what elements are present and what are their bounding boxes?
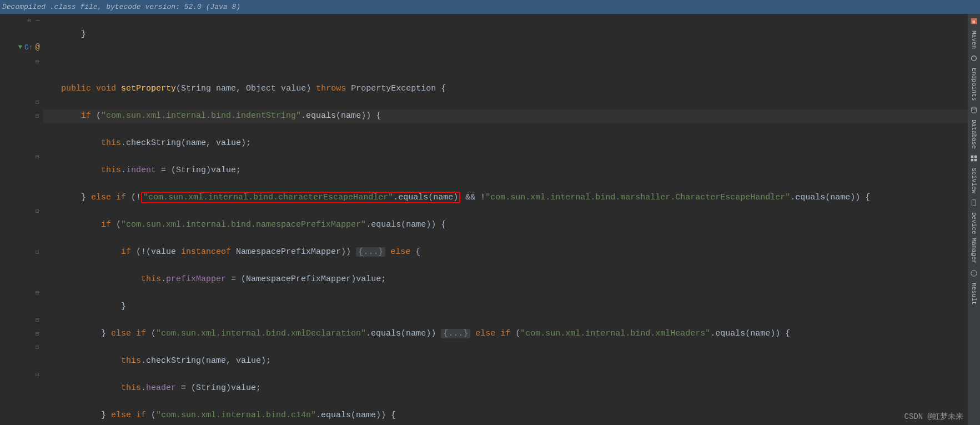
folded-block[interactable]: {...} [356, 247, 385, 257]
svg-rect-7 [972, 200, 976, 206]
code-editor[interactable]: } public void setProperty(String name, O… [43, 14, 980, 425]
inheritors-icon[interactable]: ▼ [18, 43, 22, 51]
gutter: ⊟− ▼ O↑ @ ⊟ ⊟ ⊟ ⊟ ⊟ ⊟ ⊟ ⊟ ⊟ ⊟ ⊟ [0, 14, 43, 425]
database-icon[interactable] [970, 106, 978, 114]
code-line: } [43, 28, 980, 42]
svg-rect-6 [974, 159, 977, 161]
decompiled-banner: Decompiled .class file, bytecode version… [0, 0, 980, 14]
svg-rect-3 [971, 156, 973, 158]
tool-database[interactable]: Database [971, 117, 977, 151]
folded-block[interactable]: {...} [441, 329, 470, 338]
svg-point-1 [972, 56, 977, 61]
tool-device-manager[interactable]: Device Manager [971, 210, 977, 266]
device-manager-icon[interactable] [970, 199, 978, 207]
tool-result[interactable]: Result [971, 281, 977, 307]
result-icon[interactable] [970, 269, 978, 277]
tool-endpoints[interactable]: Endpoints [971, 66, 977, 103]
right-tool-strip: m Maven Endpoints Database SciView Devic… [968, 14, 980, 425]
gutter-markers[interactable]: ▼ O↑ @ [0, 43, 43, 52]
svg-rect-5 [971, 159, 973, 161]
maven-icon[interactable]: m [970, 17, 978, 25]
watermark-text: CSDN @虹梦未来 [904, 412, 963, 422]
annotation-icon[interactable]: @ [36, 43, 40, 52]
svg-point-8 [971, 271, 977, 277]
override-icon[interactable]: O↑ [24, 43, 33, 52]
tool-sciview[interactable]: SciView [971, 166, 977, 196]
svg-rect-4 [974, 156, 977, 158]
tool-maven[interactable]: Maven [971, 28, 977, 51]
editor-main: ⊟− ▼ O↑ @ ⊟ ⊟ ⊟ ⊟ ⊟ ⊟ ⊟ ⊟ ⊟ ⊟ ⊟ } public [0, 14, 980, 425]
sciview-icon[interactable] [970, 154, 978, 162]
svg-text:m: m [972, 19, 975, 25]
endpoints-icon[interactable] [970, 54, 978, 62]
banner-text: Decompiled .class file, bytecode version… [2, 3, 240, 11]
svg-point-2 [972, 107, 977, 109]
highlighted-box: "com.sun.xml.internal.bind.characterEsca… [141, 192, 460, 203]
